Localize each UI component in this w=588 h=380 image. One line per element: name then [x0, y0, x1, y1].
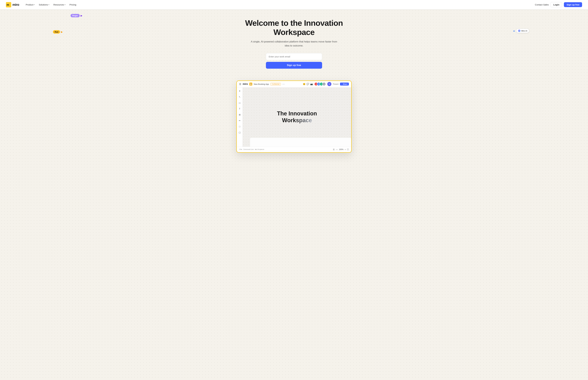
select-tool[interactable]: ↖	[238, 95, 242, 99]
chevron-down-icon: ▾	[65, 4, 65, 5]
nav-resources[interactable]: Resources ▾	[52, 2, 67, 7]
canvas-card	[250, 138, 351, 147]
app-tab-name[interactable]: New Booking App	[254, 83, 269, 85]
app-preview: ☰ miro 📋 New Booking App Confidential ⋯ …	[236, 80, 352, 153]
app-preview-wrapper: ☰ miro 📋 New Booking App Confidential ⋯ …	[0, 75, 588, 162]
cursor-roger: Roger ▶	[71, 14, 82, 17]
current-user-avatar: U	[327, 82, 331, 86]
shape-tool[interactable]: □	[238, 125, 242, 128]
chevron-down-icon: ▾	[49, 4, 49, 5]
text-tool[interactable]: T	[238, 107, 242, 111]
cursor-arrow-icon: ▲	[513, 29, 515, 32]
share-icon: ↑	[341, 83, 342, 85]
hero-section: Roger ▶ Rad ▶ ▲ ✦ Miro AI Welcome to the…	[0, 9, 588, 75]
zoom-level: 100%	[339, 148, 343, 151]
signup-button[interactable]: Sign up free	[564, 2, 582, 7]
cursor-miroai: ▲ ✦ Miro AI	[513, 29, 529, 33]
pen-tool[interactable]: ✏	[238, 119, 242, 122]
cursor-arrow-icon: ▶	[81, 14, 82, 17]
help-icon[interactable]: ⓘ	[347, 148, 349, 151]
cursor-rad: Rad ▶	[53, 30, 63, 34]
app-topbar-right: 😊 💬 📷 A B C +3 U Present ↑ Share	[303, 82, 349, 86]
zoom-in-icon[interactable]: +	[345, 148, 346, 151]
app-logo: miro	[243, 83, 248, 85]
app-toolbar-icons: 😊 💬 📷	[303, 83, 313, 85]
navbar: m miro Product ▾ Solutions ▾ Resources ▾…	[0, 0, 588, 9]
list-icon[interactable]: ☰	[333, 148, 335, 151]
grid-tool[interactable]: ⊞	[238, 113, 242, 116]
reactions-icon[interactable]: 😊	[303, 83, 305, 85]
nav-pricing[interactable]: Pricing	[68, 2, 78, 7]
app-confidential-tag: Confidential	[270, 83, 281, 85]
avatar-group: A B C +3	[314, 82, 326, 86]
hero-title: Welcome to the Innovation Workspace	[241, 18, 347, 37]
chevron-down-icon: ▾	[34, 4, 35, 5]
canvas-title-line1: The Innovation	[277, 110, 317, 117]
miro-logo-icon: m	[6, 2, 11, 7]
nav-product[interactable]: Product ▾	[24, 2, 36, 7]
canvas-title-line2: Workspace	[277, 117, 317, 124]
app-bottombar: the Innovation Workspace ☰ — 100% + ⓘ	[237, 147, 351, 152]
app-topbar-left: ☰ miro 📋 New Booking App Confidential ⋯	[239, 83, 285, 86]
zoom-out-icon[interactable]: —	[336, 148, 338, 151]
app-sidebar: ✦ ↖ ▭ T ⊞ ✏ □ ▢	[237, 87, 243, 147]
app-topbar: ☰ miro 📋 New Booking App Confidential ⋯ …	[237, 81, 351, 87]
email-input[interactable]	[266, 53, 322, 60]
login-button[interactable]: Login	[551, 2, 562, 7]
bottom-watermark: the Innovation Workspace	[239, 149, 264, 150]
nav-links: Product ▾ Solutions ▾ Resources ▾ Pricin…	[24, 2, 78, 7]
share-button[interactable]: ↑ Share	[340, 83, 349, 86]
avatar-overflow: +3	[322, 82, 326, 86]
hero-signup-button[interactable]: Sign up free	[266, 62, 322, 69]
miroai-badge: ✦ Miro AI	[516, 29, 529, 33]
chat-icon[interactable]: 💬	[306, 83, 309, 85]
contact-sales-link[interactable]: Contact Sales	[535, 3, 549, 6]
frame-tool[interactable]: ▭	[238, 101, 242, 105]
hero-subtitle: A single, AI-powered collaboration platf…	[250, 40, 338, 48]
tab-icon: 📋	[249, 83, 252, 86]
bottom-controls: ☰ — 100% + ⓘ	[333, 148, 349, 151]
roger-badge: Roger	[71, 14, 80, 17]
sticky-tool[interactable]: ▢	[238, 131, 242, 134]
email-form: Sign up free	[266, 53, 322, 69]
canvas-title: The Innovation Workspace	[277, 110, 317, 124]
sparkle-tool[interactable]: ✦	[238, 89, 242, 93]
miroai-icon: ✦	[518, 30, 520, 32]
nav-solutions[interactable]: Solutions ▾	[37, 2, 51, 7]
cursor-arrow-icon: ▶	[61, 31, 63, 33]
logo-text: miro	[12, 3, 19, 7]
canvas-content: The Innovation Workspace	[243, 87, 351, 147]
rad-badge: Rad	[53, 30, 60, 34]
app-canvas: ✦ ↖ ▭ T ⊞ ✏ □ ▢ The Innovation Workspace	[237, 87, 351, 147]
nav-left: m miro Product ▾ Solutions ▾ Resources ▾…	[6, 2, 78, 7]
logo[interactable]: m miro	[6, 2, 19, 7]
video-icon[interactable]: 📷	[310, 83, 313, 85]
more-options-icon[interactable]: ⋯	[282, 83, 285, 86]
present-button[interactable]: Present	[333, 83, 339, 85]
svg-text:m: m	[7, 3, 9, 6]
nav-right: Contact Sales Login Sign up free	[535, 2, 582, 7]
hamburger-icon[interactable]: ☰	[239, 83, 241, 86]
